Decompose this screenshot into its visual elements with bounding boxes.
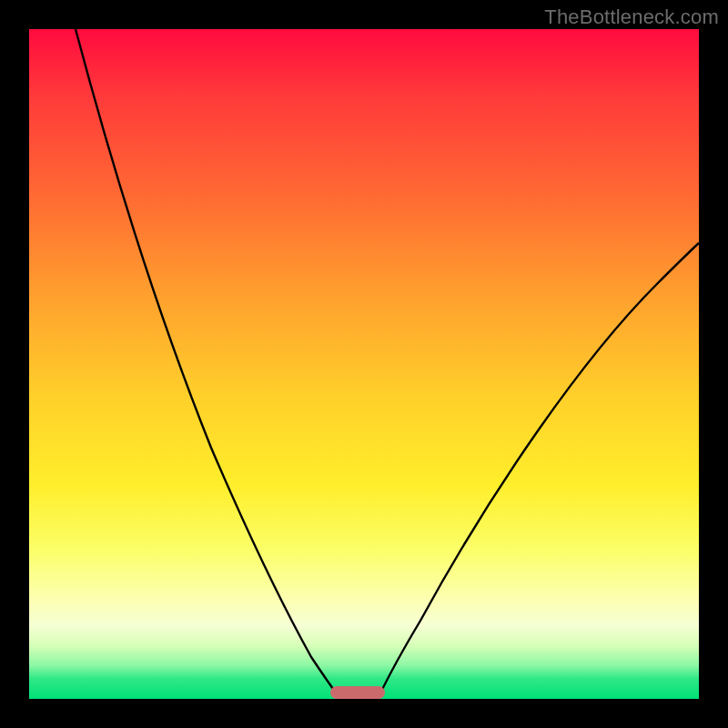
watermark-text: TheBottleneck.com bbox=[544, 5, 719, 29]
left-branch-curve bbox=[76, 29, 340, 699]
chart-frame: TheBottleneck.com bbox=[0, 0, 728, 728]
plot-area bbox=[29, 29, 699, 699]
right-branch-curve bbox=[378, 243, 699, 699]
optimal-marker bbox=[330, 686, 385, 699]
curve-layer bbox=[29, 29, 699, 699]
